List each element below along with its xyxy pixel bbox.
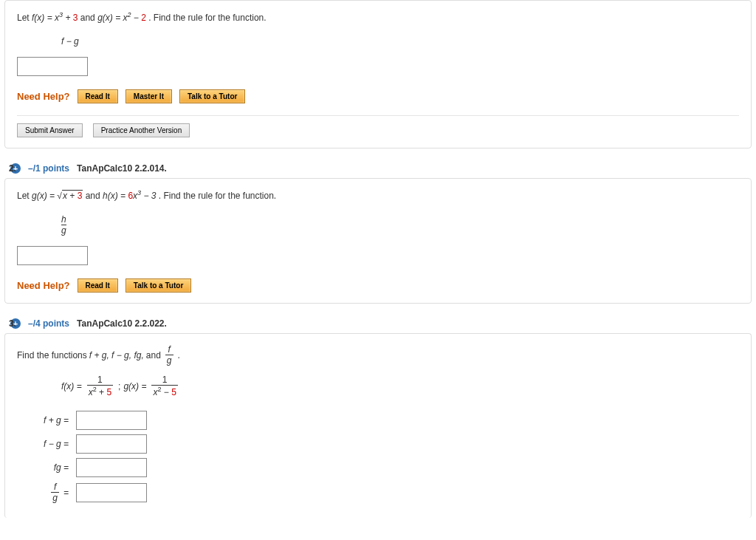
q2-answer-input[interactable]	[17, 246, 88, 265]
read-it-button[interactable]: Read It	[78, 278, 118, 293]
talk-to-tutor-button[interactable]: Talk to a Tutor	[179, 89, 245, 103]
q3-gx-lhs: g(x) =	[123, 381, 146, 392]
q2-points: –/1 points	[28, 163, 69, 174]
q3-number: 3.	[9, 318, 16, 329]
q2-hx-var: x3 − 3	[133, 191, 156, 201]
talk-to-tutor-button[interactable]: Talk to a Tutor	[126, 278, 191, 293]
q3-input-foverg[interactable]	[76, 483, 147, 502]
q2-sqrt-inner: x + 3	[62, 190, 83, 201]
q3-foverg-frac: f g	[51, 482, 59, 503]
q3-gx-frac: 1 x2 − 5	[151, 375, 177, 397]
q2-prompt: Let g(x) = √x + 3 and h(x) = 6x3 − 3 . F…	[17, 189, 739, 201]
q1-fx: f(x) = x3 +	[32, 13, 73, 23]
q1-answer-input[interactable]	[17, 57, 88, 76]
q2-number: 2.	[9, 163, 16, 174]
q3-row-fplusg: f + g =	[17, 411, 739, 430]
q1-fraction: f − g	[61, 36, 79, 47]
q2-ref: TanApCalc10 2.2.014.	[77, 163, 167, 174]
q3-row-fminusg: f − g =	[17, 434, 739, 454]
q2-text-pre: Let	[17, 191, 32, 201]
sqrt-icon: √	[57, 191, 62, 201]
q1-fx-const: 3	[73, 13, 78, 23]
q3-label-fminusg: f − g =	[17, 439, 72, 449]
q2-tail: . Find the rule for the function.	[159, 191, 276, 201]
q2-gx-pre: g(x) =	[32, 191, 57, 201]
question-3-box: Find the functions f + g, f − g, fg, and…	[4, 333, 752, 518]
q2-frac-den: g	[61, 225, 66, 236]
q3-fx-frac: 1 x2 + 5	[87, 375, 113, 397]
q3-points: –/4 points	[28, 318, 69, 329]
q2-and: and	[86, 191, 103, 201]
need-help-label: Need Help?	[17, 280, 70, 291]
q2-header: 2. + –/1 points TanApCalc10 2.2.014.	[10, 163, 756, 174]
q1-tail: . Find the rule for the function.	[148, 13, 266, 23]
q3-ref: TanApCalc10 2.2.022.	[77, 318, 167, 329]
q3-funcs: f + g, f − g, fg,	[89, 350, 144, 360]
need-help-label: Need Help?	[17, 91, 70, 102]
q2-need-help-row: Need Help? Read It Talk to a Tutor	[17, 278, 739, 293]
q1-frac-num: f − g	[61, 36, 79, 47]
q3-header: 3. + –/4 points TanApCalc10 2.2.022.	[10, 318, 756, 329]
q2-hx-lhs: h(x) =	[103, 191, 128, 201]
submit-answer-button[interactable]: Submit Answer	[17, 123, 83, 137]
q3-fg-frac: f g	[165, 344, 173, 366]
q3-text-pre: Find the functions	[17, 350, 87, 360]
q1-gx-const: 2	[141, 13, 146, 23]
master-it-button[interactable]: Master It	[126, 89, 172, 103]
q3-row-fg: fg =	[17, 458, 739, 477]
q1-text-pre: Let	[17, 13, 32, 23]
q3-fx-lhs: f(x) =	[61, 381, 82, 392]
q3-prompt: Find the functions f + g, f − g, fg, and…	[17, 344, 739, 366]
question-2-box: Let g(x) = √x + 3 and h(x) = 6x3 − 3 . F…	[4, 178, 752, 304]
q3-foverg-eq: =	[63, 488, 69, 498]
question-1-box: Let f(x) = x3 + 3 and g(x) = x2 − 2 . Fi…	[4, 0, 752, 148]
q3-and: and	[146, 350, 161, 360]
q3-period: .	[178, 350, 180, 360]
q3-label-foverg: f g =	[17, 482, 72, 503]
q1-gx: g(x) = x2 −	[97, 13, 141, 23]
q3-label-fplusg: f + g =	[17, 415, 72, 425]
q1-prompt: Let f(x) = x3 + 3 and g(x) = x2 − 2 . Fi…	[17, 11, 739, 23]
q3-sep: ;	[118, 381, 120, 392]
q3-input-fg[interactable]	[76, 458, 147, 477]
q3-label-fg: fg =	[17, 462, 72, 473]
practice-another-button[interactable]: Practice Another Version	[93, 123, 190, 137]
q2-frac-num: h	[61, 214, 66, 225]
q1-and: and	[80, 13, 97, 23]
q3-input-fplusg[interactable]	[76, 411, 147, 430]
q1-need-help-row: Need Help? Read It Master It Talk to a T…	[17, 89, 739, 103]
read-it-button[interactable]: Read It	[78, 89, 118, 103]
q1-submit-row: Submit Answer Practice Another Version	[17, 115, 739, 137]
q3-definitions: f(x) = 1 x2 + 5 ; g(x) = 1 x2 − 5	[61, 375, 739, 397]
q3-input-fminusg[interactable]	[76, 434, 147, 454]
q2-fraction: h g	[61, 214, 66, 236]
q3-row-foverg: f g =	[17, 482, 739, 503]
